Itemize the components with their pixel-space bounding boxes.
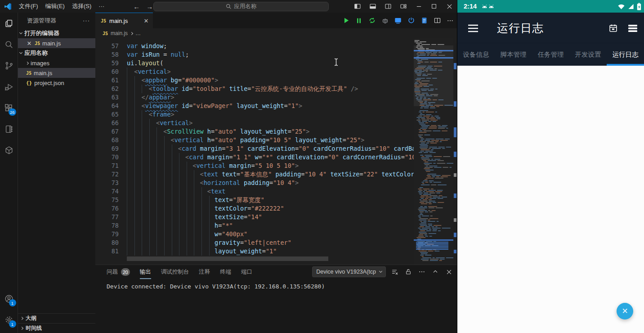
- maximize-button[interactable]: [426, 0, 442, 13]
- hamburger-menu-icon[interactable]: [467, 24, 479, 33]
- toggle-sidebar-icon[interactable]: [350, 0, 365, 13]
- token: >: [295, 179, 299, 187]
- code-line[interactable]: 61<appbar bg="#000000">: [95, 76, 427, 85]
- back-arrow[interactable]: ←: [133, 3, 140, 10]
- code-line[interactable]: 81layout_weight="1": [95, 247, 427, 256]
- folder-section[interactable]: 应用名称: [18, 48, 95, 58]
- menu-item[interactable]: 编辑(E): [42, 3, 68, 9]
- code-line[interactable]: 58var isRun = null;: [95, 50, 427, 59]
- outline-section[interactable]: 大纲: [18, 313, 95, 323]
- clear-output-icon[interactable]: [390, 267, 399, 276]
- restart-icon[interactable]: [367, 16, 377, 26]
- code-line[interactable]: 78h="*": [95, 221, 427, 230]
- code-line[interactable]: 64<viewpager id="viewPager" layout_weigh…: [95, 102, 427, 110]
- close-icon[interactable]: ✕: [26, 40, 32, 47]
- code-editor[interactable]: 57var window;58var isRun = null;59ui.lay…: [95, 38, 457, 265]
- breadcrumb-file[interactable]: main.js: [111, 30, 128, 36]
- code-line[interactable]: 76textColor="#222222": [95, 204, 427, 213]
- panel-tab-输出[interactable]: 输出: [140, 265, 151, 279]
- panel-tab-调试控制台[interactable]: 调试控制台: [161, 265, 189, 279]
- code-line[interactable]: 77textSize="14": [95, 213, 427, 221]
- code-line[interactable]: 79w="400px": [95, 230, 427, 238]
- device-tab-运行日志[interactable]: 运行日志: [607, 44, 644, 66]
- panel-tab-问题[interactable]: 问题20: [107, 265, 130, 279]
- run-icon[interactable]: [341, 16, 351, 26]
- code-line[interactable]: 66<vertical>: [95, 119, 427, 127]
- code-line[interactable]: 73<horizontal padding="10 4">: [95, 179, 427, 187]
- menu-item[interactable]: 文件(F): [15, 3, 42, 9]
- more-actions-icon[interactable]: [445, 16, 455, 26]
- file-tree-item-main.js[interactable]: JSmain.js: [18, 68, 95, 78]
- code-line[interactable]: 59ui.layout(: [95, 59, 427, 68]
- code-line[interactable]: 68<vertical h="auto" padding="10 5" layo…: [95, 136, 427, 144]
- extensions-icon[interactable]: 26: [0, 97, 18, 118]
- list-menu-icon[interactable]: [628, 24, 638, 32]
- settings-gear-icon[interactable]: 1: [0, 309, 18, 330]
- code-line[interactable]: 80gravity="left|center": [95, 238, 427, 247]
- panel-tab-端口[interactable]: 端口: [241, 265, 252, 279]
- file-tree-item-project.json[interactable]: {}project.json: [18, 78, 95, 88]
- split-editor-icon[interactable]: [432, 16, 442, 26]
- power-icon[interactable]: [406, 16, 416, 26]
- calendar-icon[interactable]: [608, 23, 618, 33]
- robot-icon[interactable]: [380, 16, 390, 26]
- close-window-button[interactable]: [442, 0, 457, 13]
- timeline-section[interactable]: 时间线: [18, 323, 95, 333]
- search-input[interactable]: 应用名称: [153, 2, 329, 11]
- device-tab-任务管理[interactable]: 任务管理: [532, 44, 569, 66]
- code-line[interactable]: 69<card margin="3 1" cardElevation="0" c…: [95, 144, 427, 153]
- close-tab-icon[interactable]: ✕: [143, 18, 149, 24]
- breadcrumb-more[interactable]: …: [135, 30, 141, 36]
- explorer-icon[interactable]: [0, 13, 18, 34]
- code-line[interactable]: 67<ScrollView h="auto" layout_weight="25…: [95, 127, 427, 136]
- source-control-icon[interactable]: [0, 55, 18, 76]
- indent: [127, 93, 142, 102]
- token: <: [163, 127, 167, 136]
- code-line[interactable]: 63</appbar>: [95, 93, 427, 102]
- screen-mirror-icon[interactable]: [393, 16, 403, 26]
- code-line[interactable]: 75text="屏幕宽度": [95, 196, 427, 204]
- notebook-icon[interactable]: [0, 118, 18, 140]
- code-line[interactable]: 57var window;: [95, 42, 427, 50]
- device-tab-脚本管理[interactable]: 脚本管理: [495, 44, 532, 66]
- code-line[interactable]: 62<toolbar id="toolbar" title="云控系统-专业的自…: [95, 85, 427, 93]
- code-line[interactable]: 65<frame>: [95, 110, 427, 119]
- more-icon[interactable]: [417, 267, 426, 276]
- toggle-secondary-sidebar-icon[interactable]: [380, 0, 396, 13]
- panel-tab-注释[interactable]: 注释: [199, 265, 210, 279]
- minimap[interactable]: [414, 38, 453, 265]
- code-line[interactable]: 72<text text="基本信息" padding="10 4" textS…: [95, 170, 427, 179]
- pause-icon[interactable]: [354, 16, 364, 26]
- maximize-panel-icon[interactable]: [431, 267, 440, 276]
- close-panel-icon[interactable]: [444, 267, 453, 276]
- panel-tab-终端[interactable]: 终端: [220, 265, 231, 279]
- code-line[interactable]: 71<vertical margin="5 10 5 10">: [95, 162, 427, 170]
- device-select-dropdown[interactable]: Device vivo V1923A(tcp: [312, 266, 386, 277]
- breadcrumb[interactable]: JS main.js …: [95, 28, 457, 38]
- overview-ruler[interactable]: [453, 38, 457, 265]
- device-tab-开发设置[interactable]: 开发设置: [569, 44, 607, 66]
- code-line[interactable]: 60<vertical>: [95, 68, 427, 76]
- open-editors-section[interactable]: 打开的编辑器: [18, 28, 95, 38]
- code-line[interactable]: 74<text: [95, 187, 427, 196]
- toggle-panel-icon[interactable]: [365, 0, 380, 13]
- document-icon[interactable]: [419, 16, 429, 26]
- horizontal-scrollbar[interactable]: [127, 256, 328, 261]
- menu-item[interactable]: ···: [95, 3, 108, 9]
- menu-item[interactable]: 选择(S): [68, 3, 95, 9]
- run-debug-icon[interactable]: [0, 76, 18, 97]
- file-tree-item-images[interactable]: images: [18, 58, 95, 68]
- package-box-icon[interactable]: [0, 140, 18, 161]
- tab-mainjs[interactable]: JS main.js ✕: [95, 13, 153, 28]
- sidebar-more-icon[interactable]: ···: [83, 17, 90, 24]
- forward-arrow[interactable]: →: [146, 3, 153, 10]
- fab-close-button[interactable]: ✕: [617, 303, 633, 320]
- lock-icon[interactable]: [404, 267, 413, 276]
- device-tab-设备信息[interactable]: 设备信息: [457, 44, 495, 66]
- minimize-button[interactable]: [411, 0, 426, 13]
- account-icon[interactable]: 1: [0, 288, 18, 309]
- search-sidebar-icon[interactable]: [0, 34, 18, 55]
- open-editor-item[interactable]: ✕ JS main.js: [18, 38, 95, 48]
- code-line[interactable]: 70<card margin="1 1" w="*" cardElevation…: [95, 153, 427, 162]
- customize-layout-icon[interactable]: [396, 0, 411, 13]
